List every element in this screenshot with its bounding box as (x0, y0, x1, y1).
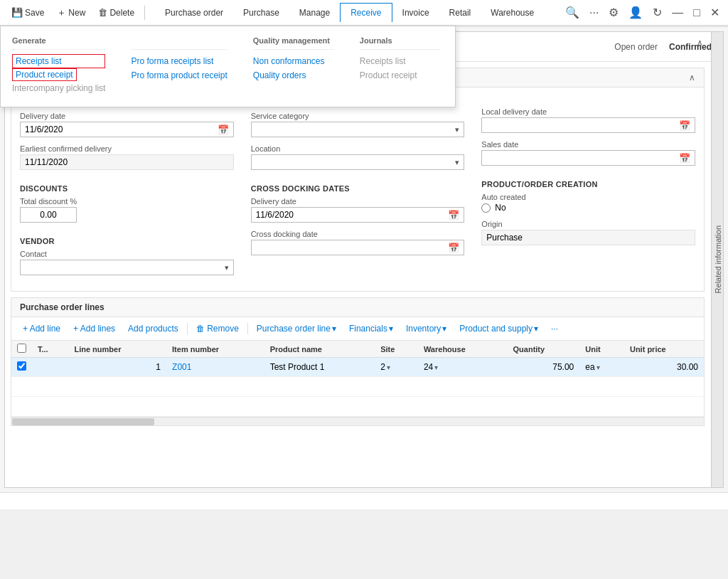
delivery-date-input[interactable] (21, 122, 213, 137)
title-bar-right: 🔍 ··· ⚙ 👤 ↻ — □ ✕ (562, 4, 722, 21)
sales-date-calendar-icon[interactable]: 📅 (675, 152, 695, 165)
quality-orders-item[interactable]: Quality orders (253, 68, 334, 83)
related-info-label: Related information (714, 225, 722, 293)
row1-unit-price: 30.00 (624, 358, 704, 377)
service-category-icon[interactable]: ▾ (451, 124, 464, 136)
inventory-arrow: ▾ (442, 324, 446, 334)
cross-docking-date-wrap[interactable]: 📅 (251, 240, 465, 255)
separator (144, 6, 145, 20)
settings-icon-btn[interactable]: ⚙ (606, 4, 621, 21)
delivery-date-group: Delivery date 📅 (20, 112, 234, 137)
location-dropdown-icon[interactable]: ▾ (451, 156, 464, 169)
close-btn[interactable]: ✕ (707, 4, 722, 21)
contact-input[interactable] (21, 260, 220, 275)
location-select[interactable]: ▾ (251, 154, 465, 170)
minimize-btn[interactable]: — (669, 5, 686, 21)
collapse-top-btn[interactable]: ∧ (697, 38, 703, 48)
table-body: 1 Z001 Test Product 1 2 ▾ (11, 358, 704, 417)
delivery-date-input-wrap[interactable]: 📅 (20, 122, 234, 137)
select-all-checkbox[interactable] (17, 344, 26, 353)
more-btn[interactable]: ··· (545, 322, 564, 336)
new-button[interactable]: ＋ New (51, 4, 91, 22)
proforma-receipts-item[interactable]: Pro forma receipts list (131, 54, 227, 68)
refresh-icon-btn[interactable]: ↻ (650, 4, 665, 21)
local-delivery-calendar-icon[interactable]: 📅 (675, 119, 695, 132)
local-delivery-wrap[interactable]: 📅 (481, 117, 695, 133)
local-delivery-group: Local delivery date 📅 (481, 107, 695, 133)
tab-purchase[interactable]: Purchase (233, 3, 289, 22)
more-options-btn[interactable]: ··· (587, 5, 601, 21)
tab-retail[interactable]: Retail (439, 3, 481, 22)
section-collapse-btn[interactable]: ∧ (689, 73, 695, 83)
tab-manage[interactable]: Manage (289, 3, 340, 22)
site-dropdown-arrow[interactable]: ▾ (387, 363, 390, 371)
form-col-3: Local delivery date 📅 Sales date (481, 96, 695, 282)
purchase-order-line-btn[interactable]: Purchase order line ▾ (251, 322, 342, 336)
row1-check[interactable] (11, 358, 32, 377)
product-supply-btn[interactable]: Product and supply ▾ (454, 322, 544, 336)
total-discount-input[interactable] (20, 207, 77, 223)
tab-receive[interactable]: Receive (340, 3, 392, 22)
row1-checkbox[interactable] (17, 361, 26, 371)
open-order-label: Open order (614, 42, 658, 52)
related-info-panel[interactable]: Related information (711, 32, 724, 487)
product-receipt-item[interactable]: Product receipt (12, 68, 77, 81)
search-icon-btn[interactable]: 🔍 (562, 4, 582, 21)
row1-product-name: Test Product 1 (264, 358, 375, 377)
purchase-order-line-arrow: ▾ (332, 324, 336, 334)
cross-docking-calendar-icon[interactable]: 📅 (444, 241, 464, 255)
remove-icon: 🗑 (196, 324, 205, 334)
contact-dropdown-icon[interactable]: ▾ (220, 262, 233, 274)
maximize-btn[interactable]: □ (690, 5, 703, 21)
tab-purchase-order[interactable]: Purchase order (155, 3, 233, 22)
cross-delivery-calendar-icon[interactable]: 📅 (444, 208, 464, 222)
product-supply-arrow: ▾ (534, 324, 538, 334)
service-category-input[interactable] (252, 122, 451, 137)
tab-warehouse[interactable]: Warehouse (481, 3, 544, 22)
cross-delivery-date-input[interactable] (252, 208, 444, 222)
vendor-title: VENDOR (20, 237, 234, 245)
add-products-btn[interactable]: Add products (122, 322, 184, 336)
col-header-check (11, 341, 32, 358)
quality-col: Quality management Non conformances Qual… (242, 32, 348, 101)
contact-group: Contact ▾ (20, 250, 234, 275)
contact-select[interactable]: ▾ (20, 260, 234, 275)
h-scroll-bar[interactable] (11, 417, 704, 425)
unit-dropdown-arrow[interactable]: ▾ (596, 363, 600, 371)
non-conformances-item[interactable]: Non conformances (253, 54, 334, 68)
sales-date-label: Sales date (481, 140, 695, 149)
local-delivery-input[interactable] (482, 118, 675, 132)
delivery-date-calendar-icon[interactable]: 📅 (213, 123, 233, 137)
table-row[interactable]: 1 Z001 Test Product 1 2 ▾ (11, 358, 704, 377)
col-header-line-number: Line number (68, 341, 166, 358)
cross-delivery-date-wrap[interactable]: 📅 (251, 207, 465, 223)
user-icon-btn[interactable]: 👤 (626, 4, 646, 21)
auto-created-radio[interactable] (481, 203, 491, 213)
financials-btn[interactable]: Financials ▾ (343, 322, 399, 336)
delete-button[interactable]: 🗑 Delete (92, 4, 140, 21)
inventory-btn[interactable]: Inventory ▾ (400, 322, 452, 336)
service-category-select[interactable]: ▾ (251, 122, 465, 137)
tab-invoice[interactable]: Invoice (392, 3, 439, 22)
proforma-product-item[interactable]: Pro forma product receipt (131, 68, 227, 83)
form-grid: DELIVERY Delivery date 📅 Earliest confir… (20, 96, 695, 282)
origin-value: Purchase (481, 230, 695, 245)
title-bar: 💾 Save ＋ New 🗑 Delete Purchase order Pur… (0, 0, 728, 26)
origin-label: Origin (481, 220, 695, 228)
toolbar-sep1 (187, 323, 188, 334)
doc-scroll[interactable]: Purchase order header ∧ DELIVERY Deliver… (5, 62, 723, 487)
earliest-confirmed-value: 11/11/2020 (20, 154, 234, 170)
location-input[interactable] (252, 155, 451, 169)
sales-date-input[interactable] (482, 151, 675, 165)
sales-date-wrap[interactable]: 📅 (481, 150, 695, 166)
h-scroll-thumb[interactable] (12, 418, 154, 425)
save-button[interactable]: 💾 Save (6, 4, 50, 21)
remove-btn[interactable]: 🗑 Remove (191, 322, 245, 336)
journals-product-item: Product receipt (360, 68, 441, 83)
add-lines-btn[interactable]: + Add lines (68, 322, 121, 336)
cross-docking-date-input[interactable] (252, 240, 444, 255)
warehouse-dropdown-arrow[interactable]: ▾ (434, 363, 438, 371)
auto-created-label: Auto created (481, 193, 695, 201)
add-line-btn[interactable]: + Add line (17, 322, 66, 336)
receipts-list-item[interactable]: Receipts list (12, 54, 105, 68)
